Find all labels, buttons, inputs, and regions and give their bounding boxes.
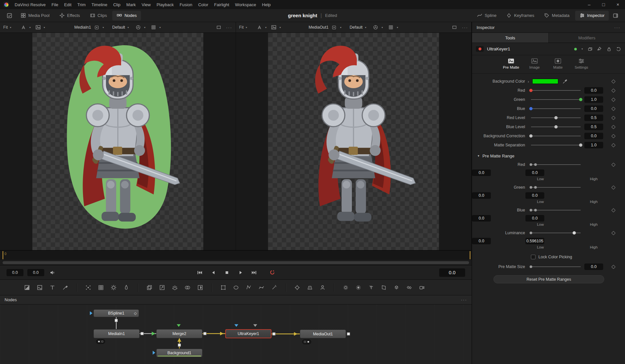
blue-value-field[interactable]: 0.0 — [584, 105, 603, 112]
keyframe-diamond[interactable] — [612, 80, 615, 83]
subtab-pre-matte[interactable]: Pre Matte — [502, 58, 520, 69]
luminance-range-slider[interactable] — [531, 231, 581, 235]
menu-edit[interactable]: Edit — [61, 2, 74, 7]
keyframes-button[interactable]: Keyframes — [502, 11, 538, 20]
background-color-swatch[interactable] — [532, 79, 558, 84]
color-wheel-icon[interactable] — [134, 24, 142, 31]
menu-view[interactable]: View — [139, 2, 154, 7]
current-time-field[interactable]: 0.0 — [7, 269, 23, 276]
renderer-3d-tool-icon[interactable] — [418, 283, 426, 292]
luminance-high-field[interactable]: 0.596105 — [525, 238, 544, 244]
blue-level-value-field[interactable]: 0.5 — [584, 124, 603, 130]
subtab-matte[interactable]: Matte — [549, 58, 567, 69]
image-plane-3d-tool-icon[interactable] — [380, 283, 388, 292]
text-3d-tool-icon[interactable] — [367, 283, 375, 292]
right-view-mode-dropdown[interactable]: ▼ — [270, 24, 281, 31]
luminance-low-field[interactable]: 0.0 — [472, 238, 491, 244]
ellipse-mask-icon[interactable] — [232, 283, 240, 292]
tab-modifiers[interactable]: Modifiers — [549, 33, 625, 43]
menu-workspace[interactable]: Workspace — [232, 2, 259, 7]
node-merge2[interactable]: Merge2 — [156, 329, 202, 338]
resize-tool-icon[interactable] — [158, 283, 166, 292]
subtab-image[interactable]: Image — [525, 58, 544, 69]
left-view-mode-dropdown[interactable]: ▼ — [35, 24, 46, 31]
right-viewer-options-menu[interactable]: ··· — [462, 25, 468, 30]
menu-fairlight[interactable]: Fairlight — [211, 2, 232, 7]
node-ultrakeyer1[interactable]: UltraKeyer1 — [225, 329, 271, 338]
maximize-button[interactable]: □ — [596, 0, 611, 9]
play-button[interactable] — [236, 268, 245, 277]
rectangle-mask-icon[interactable] — [219, 283, 228, 292]
keyframe-diamond[interactable] — [612, 143, 615, 147]
scrollbar-handle[interactable] — [3, 261, 469, 264]
menu-help[interactable]: Help — [259, 2, 274, 7]
grid-overlay-icon[interactable] — [150, 24, 157, 31]
red-low-field[interactable]: 0.0 — [472, 169, 491, 176]
keyframe-diamond[interactable] — [612, 134, 615, 138]
red-slider[interactable] — [531, 88, 581, 93]
green-range-slider[interactable] — [531, 185, 581, 190]
blue-low-field[interactable]: 0.0 — [472, 215, 491, 222]
keyframe-diamond[interactable] — [612, 209, 615, 212]
menu-timeline[interactable]: Timeline — [89, 2, 110, 7]
chevron-down-icon[interactable]: ▼ — [581, 48, 583, 50]
node-graph[interactable]: BSpline1 ◇ MediaIn1 Merge2 UltraKeyer1 M… — [0, 304, 472, 364]
chevron-down-icon[interactable]: ▼ — [365, 26, 367, 29]
keyframe-diamond[interactable] — [612, 186, 615, 189]
chevron-down-icon[interactable]: ▼ — [127, 26, 129, 29]
left-lut-label[interactable]: Default — [112, 25, 125, 30]
left-buffer-a-dropdown[interactable]: ▼ — [20, 24, 31, 31]
keyframe-diamond[interactable] — [612, 89, 615, 92]
red-value-field[interactable]: 0.0 — [584, 87, 603, 94]
viewer-source-icon[interactable] — [330, 24, 338, 31]
render-range-end-marker[interactable] — [470, 251, 470, 259]
effects-button[interactable]: Effects — [55, 11, 84, 20]
chevron-down-icon[interactable]: ▼ — [340, 26, 342, 29]
transform-tool-icon[interactable] — [145, 283, 154, 292]
matte-separation-slider[interactable] — [531, 143, 581, 147]
audio-mute-button[interactable] — [48, 268, 57, 277]
menu-file[interactable]: File — [49, 2, 61, 7]
matte-control-tool-icon[interactable] — [196, 283, 204, 292]
left-viewer-canvas[interactable] — [0, 33, 236, 250]
shape-3d-tool-icon[interactable] — [392, 283, 401, 292]
pre-matte-size-value-field[interactable]: 0.0 — [584, 263, 603, 270]
background-correction-slider[interactable] — [531, 134, 581, 138]
subtab-settings[interactable]: Settings — [572, 58, 590, 69]
blue-level-slider[interactable] — [531, 125, 581, 129]
grid-warp-tool-icon[interactable] — [97, 283, 105, 292]
paint-tool-icon[interactable] — [61, 283, 69, 292]
right-lut-label[interactable]: Default — [350, 25, 363, 30]
blue-slider[interactable] — [531, 106, 581, 111]
media-pool-button[interactable]: Media Pool — [16, 11, 54, 20]
menu-fusion[interactable]: Fusion — [177, 2, 195, 7]
stop-button[interactable] — [223, 268, 231, 277]
blur-tool-icon[interactable] — [341, 283, 350, 292]
chevron-down-icon[interactable]: ▼ — [144, 26, 146, 29]
interface-toggle-button[interactable] — [4, 11, 15, 20]
tracker-tool-icon[interactable] — [293, 283, 301, 292]
green-slider[interactable] — [531, 97, 581, 102]
keyframe-diamond[interactable] — [612, 107, 615, 111]
green-high-field[interactable]: 0.0 — [525, 192, 544, 199]
play-reverse-button[interactable] — [209, 268, 217, 277]
menu-trim[interactable]: Trim — [75, 2, 89, 7]
pin-icon[interactable] — [597, 47, 602, 52]
right-viewer-canvas[interactable] — [236, 33, 472, 250]
versions-icon[interactable] — [588, 47, 593, 52]
fastnoise-tool-icon[interactable] — [35, 283, 44, 292]
red-level-value-field[interactable]: 0.5 — [584, 115, 603, 121]
reset-pre-matte-ranges-button[interactable]: Reset Pre Matte Ranges — [493, 275, 604, 283]
nodes-panel-options-menu[interactable]: ··· — [461, 297, 467, 302]
grid-overlay-icon[interactable] — [387, 24, 395, 31]
pre-matte-size-slider[interactable] — [531, 264, 581, 269]
keyframe-diamond[interactable] — [612, 125, 615, 129]
lock-color-picking-checkbox[interactable] — [531, 255, 535, 259]
node-enable-toggle[interactable] — [476, 46, 484, 52]
menu-clip[interactable]: Clip — [110, 2, 123, 7]
magic-wand-mask-icon[interactable] — [270, 283, 278, 292]
color-curves-tool-icon[interactable] — [122, 283, 131, 292]
color-corrector-tool-icon[interactable] — [109, 283, 118, 292]
glow-tool-icon[interactable] — [354, 283, 363, 292]
keyframe-diamond[interactable] — [612, 98, 615, 101]
